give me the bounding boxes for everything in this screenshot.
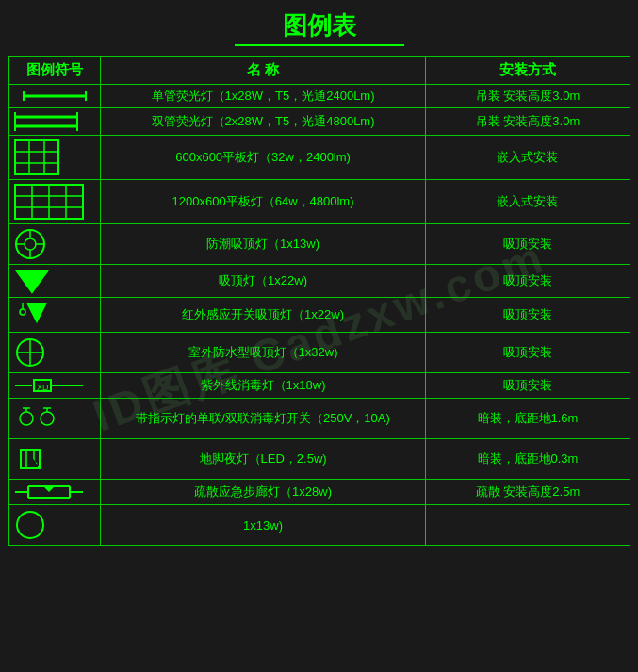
install-panel-600: 嵌入式安装 <box>426 136 630 180</box>
svg-rect-9 <box>15 140 58 174</box>
name-emergency: 疏散应急步廊灯（1x28w) <box>100 480 426 505</box>
install-switch: 暗装，底距地1.6m <box>426 399 630 439</box>
page-container: 图例表 图例符号 名 称 安装方式 <box>0 0 638 672</box>
svg-point-54 <box>17 512 43 538</box>
symbol-emergency <box>8 480 100 505</box>
install-panel-1200: 嵌入式安装 <box>426 180 630 224</box>
table-row: 疏散应急步廊灯（1x28w) 疏散 安装高度2.5m <box>8 480 630 505</box>
table-row: 室外防水型吸顶灯（1x32w) 吸顶安装 <box>8 333 630 373</box>
table-row: 600x600平板灯（32w，2400lm) 嵌入式安装 <box>8 136 630 180</box>
table-header-row: 图例符号 名 称 安装方式 <box>8 57 630 85</box>
table-row: 1x13w) <box>8 505 630 546</box>
legend-table: 图例符号 名 称 安装方式 单管荧光灯（1x28W，T5，光通24 <box>8 56 630 546</box>
name-single-tube: 单管荧光灯（1x28W，T5，光通2400Lm) <box>100 85 426 108</box>
svg-point-21 <box>25 238 36 250</box>
name-floor-night: 地脚夜灯（LED，2.5w) <box>100 439 426 480</box>
symbol-ir-ceiling <box>8 298 100 333</box>
table-row: XD 紫外线消毒灯（1x18w) 吸顶安装 <box>8 373 630 399</box>
symbol-circle <box>8 505 100 546</box>
install-single-tube: 吊装 安装高度3.0m <box>426 85 630 108</box>
svg-marker-53 <box>43 486 55 492</box>
header-symbol: 图例符号 <box>8 57 100 85</box>
symbol-floor-night <box>8 439 100 480</box>
install-ir-ceiling: 吸顶安装 <box>426 298 630 333</box>
name-uv: 紫外线消毒灯（1x18w) <box>100 373 426 399</box>
table-row: 红外感应开关吸顶灯（1x22w) 吸顶安装 <box>8 298 630 333</box>
name-ceiling: 吸顶灯（1x22w) <box>100 265 426 298</box>
install-moisture: 吸顶安装 <box>426 224 630 265</box>
install-floor-night: 暗装，底距地0.3m <box>426 439 630 480</box>
install-double-tube: 吊装 安装高度3.0m <box>426 108 630 136</box>
symbol-panel-600 <box>8 136 100 180</box>
svg-point-40 <box>41 412 54 425</box>
header-install: 安装方式 <box>426 57 630 85</box>
symbol-uv: XD <box>8 373 100 399</box>
table-row: 1200x600平板灯（64w，4800lm) 嵌入式安装 <box>8 180 630 224</box>
header-name: 名 称 <box>100 57 426 85</box>
table-row: 防潮吸顶灯（1x13w) 吸顶安装 <box>8 224 630 265</box>
svg-text:XD: XD <box>37 383 49 392</box>
table-row: 双管荧光灯（2x28W，T5，光通4800Lm) 吊装 安装高度3.0m <box>8 108 630 136</box>
symbol-ceiling <box>8 265 100 298</box>
install-ceiling: 吸顶安装 <box>426 265 630 298</box>
name-circle: 1x13w) <box>100 505 426 546</box>
symbol-double-tube <box>8 108 100 136</box>
symbol-single-tube <box>8 85 100 108</box>
install-uv: 吸顶安装 <box>426 373 630 399</box>
symbol-moisture <box>8 224 100 265</box>
name-double-tube: 双管荧光灯（2x28W，T5，光通4800Lm) <box>100 108 426 136</box>
table-row: 带指示灯的单联/双联消毒灯开关（250V，10A) 暗装，底距地1.6m <box>8 399 630 439</box>
symbol-outdoor <box>8 333 100 373</box>
install-circle <box>426 505 630 546</box>
name-moisture: 防潮吸顶灯（1x13w) <box>100 224 426 265</box>
install-emergency: 疏散 安装高度2.5m <box>426 480 630 505</box>
name-panel-600: 600x600平板灯（32w，2400lm) <box>100 136 426 180</box>
table-row: 吸顶灯（1x22w) 吸顶安装 <box>8 265 630 298</box>
name-panel-1200: 1200x600平板灯（64w，4800lm) <box>100 180 426 224</box>
name-switch: 带指示灯的单联/双联消毒灯开关（250V，10A) <box>100 399 426 439</box>
svg-point-28 <box>20 309 25 315</box>
symbol-switch <box>8 399 100 439</box>
svg-marker-26 <box>17 271 47 292</box>
table-row: 单管荧光灯（1x28W，T5，光通2400Lm) 吊装 安装高度3.0m <box>8 85 630 108</box>
symbol-panel-1200 <box>8 180 100 224</box>
page-title: 图例表 <box>235 9 404 46</box>
install-outdoor: 吸顶安装 <box>426 333 630 373</box>
table-row: 地脚夜灯（LED，2.5w) 暗装，底距地0.3m <box>8 439 630 480</box>
name-ir-ceiling: 红外感应开关吸顶灯（1x22w) <box>100 298 426 333</box>
svg-point-37 <box>20 412 33 425</box>
svg-marker-27 <box>28 304 45 321</box>
svg-rect-43 <box>21 450 40 468</box>
name-outdoor: 室外防水型吸顶灯（1x32w) <box>100 333 426 373</box>
